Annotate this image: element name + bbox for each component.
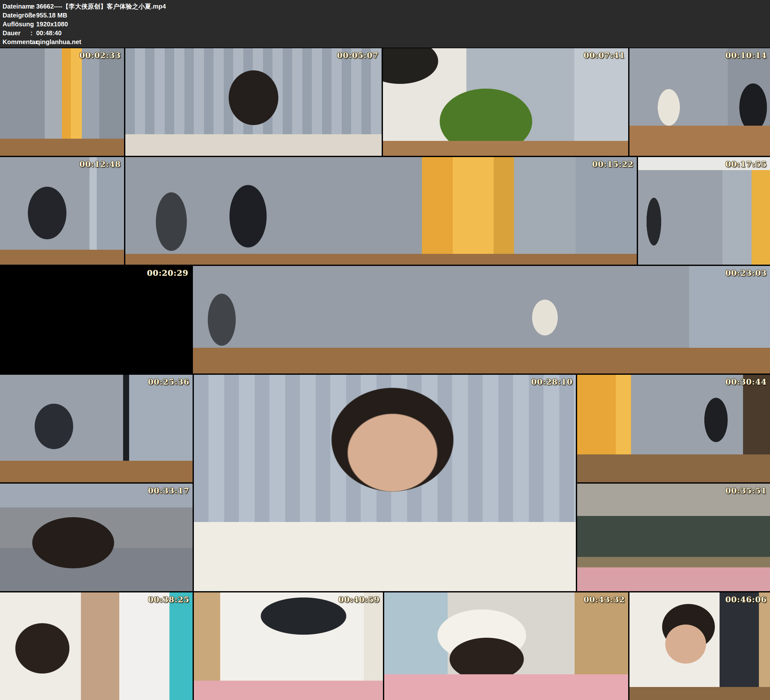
meta-label: Kommentar (3, 37, 31, 46)
video-thumbnail: 00:46:06 (629, 592, 770, 700)
meta-value-comment: qinglanhua.net (36, 37, 81, 46)
meta-label: Dauer (3, 29, 31, 37)
timestamp-overlay: 00:02:33 (79, 51, 121, 60)
timestamp-overlay: 00:05:07 (337, 51, 379, 60)
meta-row-duration: Dauer : 00:48:40 (3, 29, 61, 37)
video-thumbnail: 00:15:22 (125, 157, 637, 265)
video-thumbnail: 00:12:48 (0, 157, 124, 265)
video-thumbnail: 00:07:41 (383, 48, 628, 156)
meta-separator: : (31, 29, 36, 37)
video-thumbnail: 00:40:59 (194, 592, 383, 700)
timestamp-overlay: 00:46:06 (725, 595, 767, 604)
meta-separator: : (31, 11, 36, 19)
meta-value-duration: 00:48:40 (36, 29, 61, 37)
video-thumbnail: 00:25:36 (0, 375, 192, 482)
timestamp-overlay: 00:38:25 (148, 595, 189, 604)
meta-row-comment: Kommentar : qinglanhua.net (3, 37, 81, 46)
timestamp-overlay: 00:30:44 (725, 377, 767, 387)
timestamp-overlay: 00:07:41 (584, 51, 625, 60)
timestamp-overlay: 00:40:59 (338, 595, 380, 604)
timestamp-overlay: 00:25:36 (148, 377, 189, 387)
timestamp-overlay: 00:23:03 (725, 269, 767, 278)
meta-row-filesize: Dateigröße : 955.18 MB (3, 11, 67, 19)
meta-separator: : (31, 2, 36, 11)
contact-sheet: Dateiname : 36662----【李大侠原创】客户体验之小夏.mp4 … (0, 0, 770, 700)
video-thumbnail: 00:17:55 (638, 157, 770, 265)
meta-label: Auflösung (3, 19, 31, 29)
media-info-header: Dateiname : 36662----【李大侠原创】客户体验之小夏.mp4 … (0, 0, 770, 48)
timestamp-overlay: 00:17:55 (725, 160, 767, 169)
timestamp-overlay: 00:33:17 (148, 486, 189, 495)
video-thumbnail: 00:05:07 (125, 48, 382, 156)
meta-row-filename: Dateiname : 36662----【李大侠原创】客户体验之小夏.mp4 (3, 2, 166, 11)
video-thumbnail: 00:20:29 (0, 266, 192, 373)
timestamp-overlay: 00:35:51 (725, 486, 767, 495)
meta-value-resolution: 1920x1080 (36, 19, 68, 29)
video-thumbnail: 00:33:17 (0, 484, 192, 591)
timestamp-overlay: 00:28:10 (531, 377, 573, 387)
timestamp-overlay: 00:15:22 (592, 160, 634, 169)
timestamp-overlay: 00:43:32 (584, 595, 625, 604)
video-thumbnail: 00:30:44 (577, 375, 770, 482)
video-thumbnail: 00:28:10 (194, 375, 576, 591)
meta-row-resolution: Auflösung : 1920x1080 (3, 19, 68, 29)
timestamp-overlay: 00:12:48 (79, 160, 121, 169)
meta-label: Dateigröße (3, 11, 31, 19)
video-thumbnail: 00:10:14 (629, 48, 770, 156)
video-thumbnail: 00:23:03 (193, 266, 770, 373)
video-thumbnail: 00:43:32 (384, 592, 628, 700)
meta-value-filesize: 955.18 MB (36, 11, 67, 19)
meta-separator: : (31, 37, 36, 46)
timestamp-overlay: 00:10:14 (725, 51, 767, 60)
video-thumbnail: 00:02:33 (0, 48, 124, 156)
meta-value-filename: 36662----【李大侠原创】客户体验之小夏.mp4 (36, 2, 166, 11)
timestamp-overlay: 00:20:29 (147, 269, 188, 278)
video-thumbnail: 00:35:51 (577, 484, 770, 591)
meta-separator: : (31, 19, 36, 29)
video-thumbnail: 00:38:25 (0, 592, 192, 700)
meta-label: Dateiname (3, 2, 31, 11)
